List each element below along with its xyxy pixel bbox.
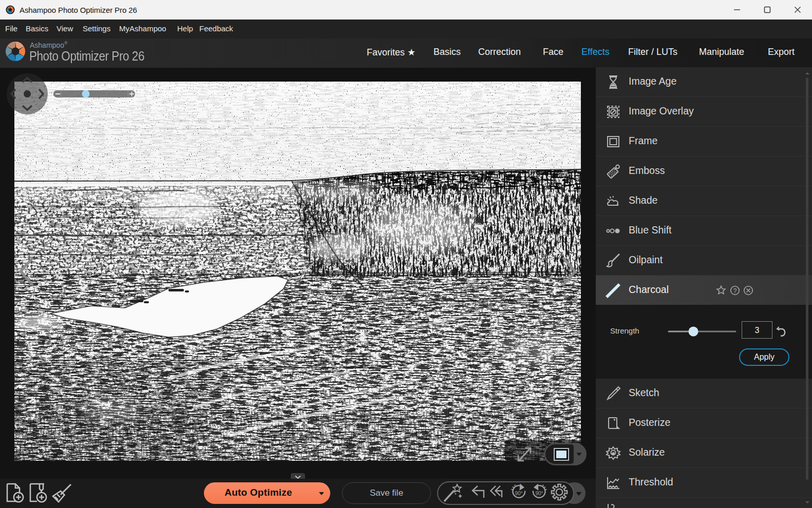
svg-text:?: ?	[733, 287, 737, 295]
svg-text:90°: 90°	[515, 491, 522, 496]
svg-text:90°: 90°	[535, 491, 543, 496]
